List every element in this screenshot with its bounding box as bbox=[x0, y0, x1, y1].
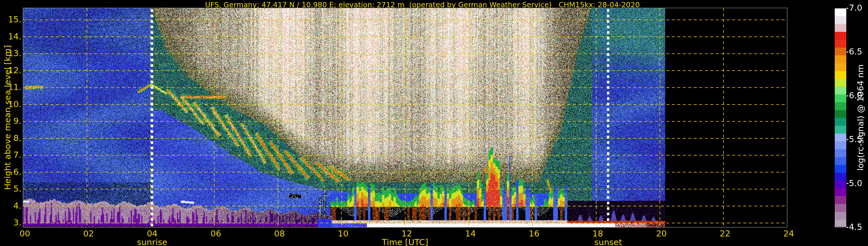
y-tick-label: 7. bbox=[0, 150, 22, 160]
page-title: UFS, Germany; 47.417 N / 10.980 E; eleva… bbox=[0, 1, 845, 9]
sunrise-annotation: sunrise bbox=[118, 237, 187, 246]
x-tick-label: 08 bbox=[262, 228, 297, 239]
y-tick-label: 9. bbox=[0, 116, 22, 126]
y-tick-label: 13. bbox=[0, 48, 22, 58]
x-tick-label: 04 bbox=[135, 228, 169, 239]
colorbar-label: log(rc-signal) @ 1064 nm bbox=[856, 64, 865, 171]
x-tick-label: 20 bbox=[644, 228, 679, 239]
x-tick-label: 02 bbox=[71, 228, 106, 239]
colorbar-tick-label: 7.0 bbox=[849, 3, 868, 13]
y-tick-label: 6. bbox=[0, 167, 22, 177]
x-tick-label: 14 bbox=[453, 228, 488, 239]
x-tick-label: 00 bbox=[7, 228, 42, 239]
colorbar-tick-label: 6.5 bbox=[849, 47, 868, 56]
y-tick-label: 14. bbox=[0, 32, 22, 41]
x-tick-label: 06 bbox=[198, 228, 233, 239]
ceilometer-heatmap-canvas bbox=[0, 0, 868, 246]
y-tick-label: 5. bbox=[0, 184, 22, 194]
x-tick-label: 22 bbox=[708, 228, 742, 239]
x-tick-label: 24 bbox=[771, 228, 806, 239]
y-tick-label: 15. bbox=[0, 14, 22, 24]
x-tick-label: 12 bbox=[390, 228, 424, 239]
x-tick-label: 18 bbox=[580, 228, 615, 239]
colorbar-tick-label: 4.5 bbox=[849, 222, 868, 232]
y-tick-label: 12. bbox=[0, 65, 22, 75]
x-tick-label: 10 bbox=[326, 228, 361, 239]
y-tick-label: 8. bbox=[0, 133, 22, 143]
colorbar-tick-label: 5.0 bbox=[849, 178, 868, 188]
y-tick-label: 4. bbox=[0, 201, 22, 211]
y-tick-label: 10. bbox=[0, 99, 22, 109]
x-axis-label: Time [UTC] bbox=[365, 237, 445, 246]
x-tick-label: 16 bbox=[517, 228, 552, 239]
y-tick-label: 11. bbox=[0, 82, 22, 92]
ceilometer-quicklook: UFS, Germany; 47.417 N / 10.980 E; eleva… bbox=[0, 0, 868, 246]
sunset-annotation: sunset bbox=[574, 237, 643, 246]
y-tick-label: 3. bbox=[0, 218, 22, 227]
